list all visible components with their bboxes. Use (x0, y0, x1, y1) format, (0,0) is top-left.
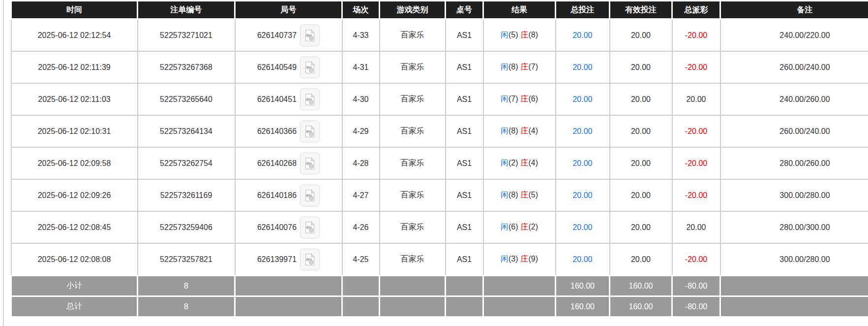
video-file-icon (303, 61, 316, 74)
cell-valid-bet: 20.00 (610, 19, 672, 52)
cell-time: 2025-06-12 02:12:54 (11, 19, 138, 52)
round-number: 626140549 (257, 63, 297, 72)
video-replay-button[interactable] (300, 153, 320, 174)
cell-remark: 300.00/280.00 (720, 243, 868, 276)
cell-table-no: AS1 (446, 19, 483, 52)
table-row: 2025-06-12 02:08:45 522573259406 6261400… (11, 211, 868, 243)
result-banker-score: (7) (529, 63, 539, 71)
total-bet-link[interactable]: 20.00 (572, 159, 592, 167)
result-banker-label: 庄 (521, 63, 529, 71)
cell-valid-bet: 20.00 (610, 147, 672, 179)
result-player-score: (8) (509, 63, 518, 71)
cell-session: 4-28 (342, 147, 380, 179)
cell-total-bet[interactable]: 20.00 (556, 19, 610, 52)
payout-cell: 20.00 (672, 211, 720, 243)
result-banker-score: (2) (529, 223, 539, 231)
video-file-icon (303, 253, 316, 266)
cell-time: 2025-06-12 02:09:58 (11, 147, 138, 179)
cell-total-bet[interactable]: 20.00 (556, 243, 610, 276)
payout-cell: -20.00 (672, 115, 720, 147)
cell-valid-bet: 20.00 (610, 179, 672, 211)
video-replay-button[interactable] (300, 217, 320, 238)
round-number: 626140186 (257, 191, 297, 200)
result-banker-score: (6) (529, 95, 539, 103)
cell-round-id: 626140737 (235, 19, 342, 52)
cell-total-bet[interactable]: 20.00 (556, 211, 610, 243)
cell-result: 闲(8)庄(7) (483, 51, 556, 83)
cell-result: 闲(8)庄(5) (483, 179, 556, 211)
cell-bet-id: 522573262754 (138, 147, 235, 179)
cell-remark: 240.00/220.00 (720, 19, 868, 52)
round-number: 626140451 (257, 95, 297, 104)
result-player-label: 闲 (501, 95, 509, 103)
cell-table-no: AS1 (446, 211, 483, 243)
total-bet-link[interactable]: 20.00 (572, 255, 592, 263)
cell-bet-id: 522573271021 (138, 19, 235, 52)
video-replay-button[interactable] (300, 57, 320, 78)
video-file-icon (303, 93, 316, 106)
cell-time: 2025-06-12 02:08:08 (11, 243, 138, 276)
cell-table-no: AS1 (446, 83, 483, 115)
total-bet-link[interactable]: 20.00 (572, 191, 592, 199)
panel-left-border (3, 0, 4, 326)
result-banker-label: 庄 (521, 223, 529, 231)
subtotal-label: 小计 (11, 276, 138, 296)
total-bet-link[interactable]: 20.00 (572, 95, 592, 103)
cell-bet-id: 522573265640 (138, 83, 235, 115)
cell-total-bet[interactable]: 20.00 (556, 147, 610, 179)
cell-table-no: AS1 (446, 179, 483, 211)
video-replay-button[interactable] (300, 121, 320, 142)
col-header-time: 时间 (11, 1, 138, 19)
total-count: 8 (138, 296, 235, 317)
total-bet-link[interactable]: 20.00 (572, 127, 592, 135)
payout-cell: -20.00 (672, 51, 720, 83)
video-replay-button[interactable] (300, 249, 320, 270)
cell-valid-bet: 20.00 (610, 243, 672, 276)
result-banker-score: (9) (529, 255, 539, 263)
cell-table-no: AS1 (446, 147, 483, 179)
bet-records-table: 时间 注单编号 局号 场次 游戏类别 桌号 结果 总投注 有效投注 总派彩 备注… (10, 0, 868, 318)
cell-empty (235, 276, 342, 296)
result-banker-label: 庄 (521, 191, 529, 199)
cell-session: 4-30 (342, 83, 380, 115)
cell-empty (446, 276, 483, 296)
col-header-result: 结果 (483, 1, 556, 19)
video-replay-button[interactable] (300, 25, 320, 46)
total-bet-link[interactable]: 20.00 (572, 63, 592, 71)
cell-round-id: 626140451 (235, 83, 342, 115)
cell-total-bet[interactable]: 20.00 (556, 51, 610, 83)
total-label: 总计 (11, 296, 138, 317)
round-number: 626140737 (257, 31, 297, 40)
video-file-icon (303, 221, 316, 234)
cell-remark: 240.00/260.00 (720, 83, 868, 115)
table-header: 时间 注单编号 局号 场次 游戏类别 桌号 结果 总投注 有效投注 总派彩 备注 (11, 1, 868, 19)
payout-cell: -20.00 (672, 179, 720, 211)
cell-remark: 280.00/300.00 (720, 211, 868, 243)
result-player-score: (8) (509, 191, 518, 199)
video-replay-button[interactable] (300, 89, 320, 110)
cell-time: 2025-06-12 02:09:26 (11, 179, 138, 211)
payout-cell: -20.00 (672, 147, 720, 179)
result-player-label: 闲 (501, 127, 509, 135)
cell-total-bet[interactable]: 20.00 (556, 179, 610, 211)
cell-bet-id: 522573264134 (138, 115, 235, 147)
table-row: 2025-06-12 02:10:31 522573264134 6261403… (11, 115, 868, 147)
cell-game-type: 百家乐 (380, 243, 446, 276)
total-bet-link[interactable]: 20.00 (572, 31, 592, 39)
cell-game-type: 百家乐 (380, 147, 446, 179)
cell-total-bet[interactable]: 20.00 (556, 115, 610, 147)
cell-result: 闲(8)庄(4) (483, 115, 556, 147)
table-row: 2025-06-12 02:11:39 522573267368 6261405… (11, 51, 868, 83)
video-file-icon (303, 157, 316, 170)
round-number: 626140366 (257, 127, 297, 136)
cell-empty (720, 296, 868, 317)
cell-empty (446, 296, 483, 317)
total-bet-link[interactable]: 20.00 (572, 223, 592, 231)
cell-valid-bet: 20.00 (610, 51, 672, 83)
table-row: 2025-06-12 02:09:26 522573261169 6261401… (11, 179, 868, 211)
total-total-bet: 160.00 (556, 296, 610, 317)
video-replay-button[interactable] (300, 185, 320, 206)
video-file-icon (303, 125, 316, 138)
cell-total-bet[interactable]: 20.00 (556, 83, 610, 115)
result-player-score: (6) (509, 223, 518, 231)
